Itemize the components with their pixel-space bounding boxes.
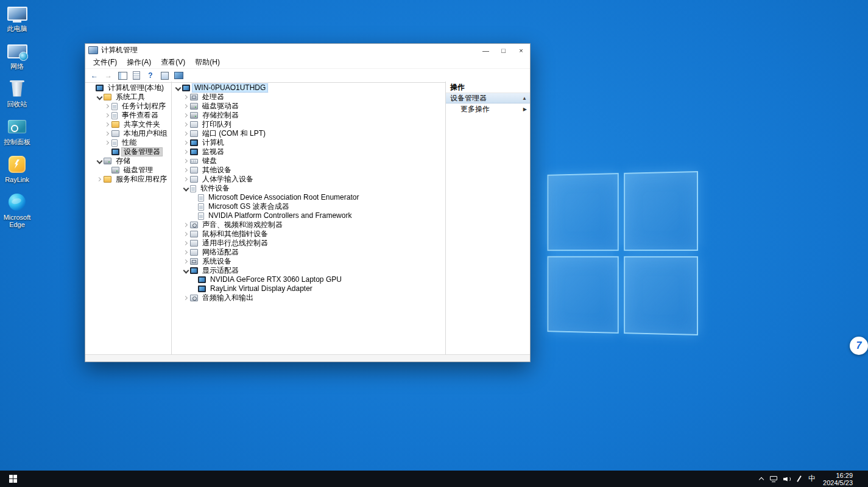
expand-chevron-icon[interactable]	[182, 222, 189, 229]
desktop-icon-this-pc[interactable]: 此电脑	[1, 4, 34, 32]
expand-chevron-icon[interactable]	[96, 176, 103, 183]
help-icon[interactable]	[144, 70, 157, 81]
pen-tray-icon[interactable]	[797, 475, 802, 482]
tree-item[interactable]: 系统工具	[85, 93, 171, 102]
tree-item[interactable]: 键盘	[172, 156, 445, 166]
tree-item[interactable]: 音频输入和输出	[172, 293, 445, 303]
tree-item[interactable]: 性能	[85, 138, 171, 147]
tree-item[interactable]: 人体学输入设备	[172, 175, 445, 184]
desktop-icon-recycle-bin[interactable]: 回收站	[1, 79, 34, 108]
expand-chevron-icon[interactable]	[182, 112, 189, 119]
expand-chevron-icon[interactable]	[182, 240, 189, 247]
window-titlebar[interactable]: 计算机管理 — □ ×	[85, 44, 530, 57]
export-list-icon[interactable]	[130, 70, 143, 81]
desktop-icon-network[interactable]: 网络	[1, 41, 34, 70]
collapse-chevron-icon[interactable]	[96, 94, 103, 101]
expand-chevron-icon[interactable]	[182, 130, 189, 138]
collapse-section-icon[interactable]: ▲	[522, 96, 527, 101]
expand-chevron-icon[interactable]	[104, 103, 111, 110]
menu-file[interactable]: 文件(F)	[88, 57, 122, 68]
maximize-button[interactable]: □	[495, 44, 512, 57]
expand-chevron-icon[interactable]	[104, 121, 111, 128]
expand-chevron-icon[interactable]	[182, 149, 189, 156]
tree-item[interactable]: 系统设备	[172, 257, 445, 266]
start-button[interactable]	[0, 471, 26, 487]
expand-chevron-icon[interactable]	[182, 249, 189, 256]
tree-item[interactable]: Microsoft GS 波表合成器	[172, 202, 445, 211]
properties-icon[interactable]	[158, 70, 171, 81]
tree-item[interactable]: 本地用户和组	[85, 129, 171, 138]
raylink-floating-ball[interactable]	[850, 337, 868, 355]
tree-item[interactable]: 存储	[85, 156, 171, 166]
menu-help[interactable]: 帮助(H)	[190, 57, 225, 68]
network-tray-icon[interactable]	[770, 476, 777, 482]
tree-item[interactable]: Microsoft Device Association Root Enumer…	[172, 193, 445, 202]
tree-item[interactable]: 设备管理器	[85, 147, 171, 156]
back-icon[interactable]	[88, 70, 101, 81]
tree-item[interactable]: 存储控制器	[172, 111, 445, 120]
tree-item[interactable]: 通用串行总线控制器	[172, 239, 445, 248]
desktop-icon-control-panel[interactable]: 控制面板	[1, 117, 34, 145]
close-button[interactable]: ×	[512, 44, 530, 57]
tree-item[interactable]: 服务和应用程序	[85, 175, 171, 184]
tree-item[interactable]: NVIDIA Platform Controllers and Framewor…	[172, 211, 445, 220]
menu-action[interactable]: 操作(A)	[122, 57, 156, 68]
tree-item[interactable]: 其他设备	[172, 166, 445, 175]
expand-chevron-icon[interactable]	[182, 121, 189, 128]
forward-icon[interactable]	[102, 70, 115, 81]
ime-indicator[interactable]: 中	[808, 474, 816, 484]
more-actions-item[interactable]: 更多操作 ▶	[446, 103, 530, 114]
tree-item[interactable]: 端口 (COM 和 LPT)	[172, 129, 445, 138]
expand-chevron-icon[interactable]	[182, 295, 189, 302]
desktop-icon-label: 此电脑	[7, 25, 27, 32]
desktop-icon-microsoft-edge[interactable]: Microsoft Edge	[1, 192, 34, 228]
tree-item[interactable]: 事件查看器	[85, 111, 171, 120]
tree-item[interactable]: 软件设备	[172, 184, 445, 193]
expand-chevron-icon[interactable]	[182, 158, 189, 165]
tree-item-label: 监视器	[200, 148, 226, 156]
tree-item[interactable]: 显示适配器	[172, 266, 445, 275]
tree-item[interactable]: 声音、视频和游戏控制器	[172, 220, 445, 229]
tree-item[interactable]: 磁盘管理	[85, 166, 171, 175]
tree-item[interactable]: 监视器	[172, 147, 445, 156]
tree-item[interactable]: WIN-0PUAO1UTHDG	[172, 83, 445, 93]
expand-chevron-icon[interactable]	[182, 139, 189, 147]
expand-chevron-icon[interactable]	[182, 103, 189, 110]
tree-item[interactable]: 磁盘驱动器	[172, 102, 445, 111]
device-tree-pane: WIN-0PUAO1UTHDG处理器磁盘驱动器存储控制器打印队列端口 (COM …	[172, 82, 446, 355]
expand-chevron-icon[interactable]	[182, 167, 189, 174]
expand-chevron-icon[interactable]	[104, 112, 111, 119]
tree-item[interactable]: 任务计划程序	[85, 102, 171, 111]
collapse-chevron-icon[interactable]	[174, 85, 182, 92]
tray-expand-icon[interactable]	[758, 476, 764, 482]
tree-item[interactable]: 网络适配器	[172, 248, 445, 257]
expand-chevron-icon[interactable]	[104, 130, 111, 138]
tree-item[interactable]: 共享文件夹	[85, 120, 171, 129]
expand-chevron-icon[interactable]	[182, 231, 189, 238]
show-window-icon[interactable]	[172, 70, 185, 81]
minimize-button[interactable]: —	[477, 44, 495, 57]
tree-item[interactable]: RayLink Virtual Display Adapter	[172, 284, 445, 293]
tree-item[interactable]: 计算机	[172, 138, 445, 147]
tree-item[interactable]: 打印队列	[172, 120, 445, 129]
collapse-chevron-icon[interactable]	[96, 158, 103, 165]
tree-item[interactable]: 计算机管理(本地)	[85, 83, 171, 93]
desktop-icon-raylink[interactable]: RayLink	[1, 155, 34, 183]
other-icon	[190, 167, 198, 173]
collapse-chevron-icon[interactable]	[182, 267, 189, 275]
volume-tray-icon[interactable]	[783, 476, 791, 482]
windows-logo	[547, 171, 698, 335]
show-console-tree-icon[interactable]	[116, 70, 129, 81]
taskbar-clock[interactable]: 16:29 2024/5/23	[822, 472, 856, 486]
tree-item[interactable]: 处理器	[172, 93, 445, 102]
actions-section-header[interactable]: 设备管理器 ▲	[446, 93, 530, 103]
expand-chevron-icon[interactable]	[182, 176, 189, 183]
collapse-chevron-icon[interactable]	[182, 185, 189, 192]
menu-view[interactable]: 查看(V)	[156, 57, 190, 68]
tree-item[interactable]: NVIDIA GeForce RTX 3060 Laptop GPU	[172, 275, 445, 284]
expand-chevron-icon[interactable]	[182, 258, 189, 265]
clock-time: 16:29	[823, 472, 853, 479]
tree-item[interactable]: 鼠标和其他指针设备	[172, 229, 445, 239]
expand-chevron-icon[interactable]	[104, 139, 111, 147]
expand-chevron-icon[interactable]	[182, 94, 189, 101]
